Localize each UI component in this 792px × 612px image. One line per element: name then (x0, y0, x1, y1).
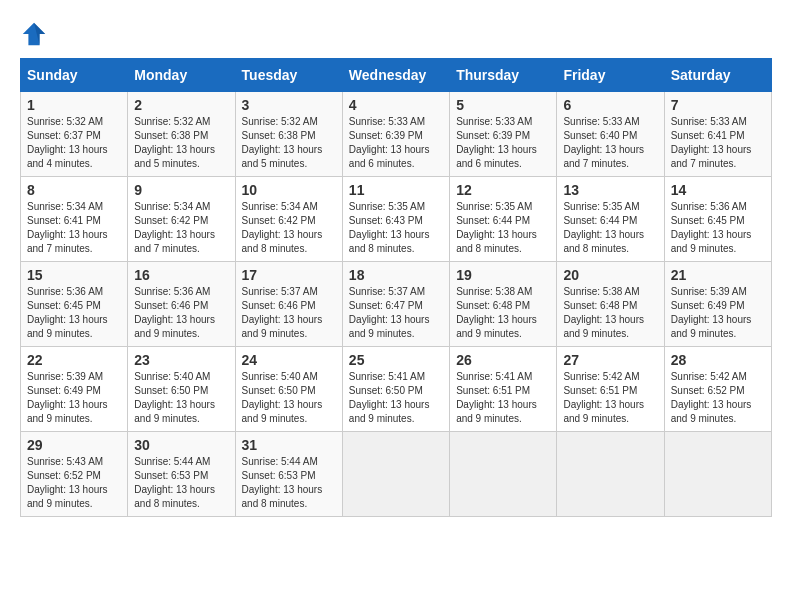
daylight-label: Daylight: 13 hours and 8 minutes. (242, 484, 323, 509)
calendar-day-cell (450, 432, 557, 517)
daylight-label: Daylight: 13 hours and 9 minutes. (27, 314, 108, 339)
day-of-week-header: Wednesday (342, 59, 449, 92)
sunrise-label: Sunrise: 5:34 AM (242, 201, 318, 212)
sunrise-label: Sunrise: 5:33 AM (349, 116, 425, 127)
sunset-label: Sunset: 6:50 PM (349, 385, 423, 396)
day-info: Sunrise: 5:35 AM Sunset: 6:44 PM Dayligh… (456, 200, 550, 256)
daylight-label: Daylight: 13 hours and 8 minutes. (134, 484, 215, 509)
calendar-day-cell: 20 Sunrise: 5:38 AM Sunset: 6:48 PM Dayl… (557, 262, 664, 347)
sunset-label: Sunset: 6:39 PM (349, 130, 423, 141)
day-of-week-header: Thursday (450, 59, 557, 92)
daylight-label: Daylight: 13 hours and 9 minutes. (456, 314, 537, 339)
day-info: Sunrise: 5:44 AM Sunset: 6:53 PM Dayligh… (134, 455, 228, 511)
calendar-table: SundayMondayTuesdayWednesdayThursdayFrid… (20, 58, 772, 517)
sunset-label: Sunset: 6:52 PM (27, 470, 101, 481)
sunset-label: Sunset: 6:48 PM (563, 300, 637, 311)
sunrise-label: Sunrise: 5:41 AM (349, 371, 425, 382)
daylight-label: Daylight: 13 hours and 9 minutes. (134, 399, 215, 424)
day-number: 28 (671, 352, 765, 368)
day-info: Sunrise: 5:38 AM Sunset: 6:48 PM Dayligh… (456, 285, 550, 341)
calendar-day-cell (342, 432, 449, 517)
sunrise-label: Sunrise: 5:33 AM (456, 116, 532, 127)
calendar-day-cell: 24 Sunrise: 5:40 AM Sunset: 6:50 PM Dayl… (235, 347, 342, 432)
sunset-label: Sunset: 6:50 PM (134, 385, 208, 396)
day-info: Sunrise: 5:44 AM Sunset: 6:53 PM Dayligh… (242, 455, 336, 511)
day-number: 13 (563, 182, 657, 198)
calendar-day-cell: 23 Sunrise: 5:40 AM Sunset: 6:50 PM Dayl… (128, 347, 235, 432)
day-info: Sunrise: 5:33 AM Sunset: 6:39 PM Dayligh… (456, 115, 550, 171)
calendar-day-cell: 15 Sunrise: 5:36 AM Sunset: 6:45 PM Dayl… (21, 262, 128, 347)
logo-icon (20, 20, 48, 48)
calendar-day-cell: 9 Sunrise: 5:34 AM Sunset: 6:42 PM Dayli… (128, 177, 235, 262)
day-of-week-header: Friday (557, 59, 664, 92)
calendar-day-cell: 25 Sunrise: 5:41 AM Sunset: 6:50 PM Dayl… (342, 347, 449, 432)
daylight-label: Daylight: 13 hours and 9 minutes. (27, 484, 108, 509)
daylight-label: Daylight: 13 hours and 9 minutes. (563, 314, 644, 339)
page-header (20, 20, 772, 48)
day-number: 20 (563, 267, 657, 283)
sunset-label: Sunset: 6:46 PM (134, 300, 208, 311)
sunset-label: Sunset: 6:51 PM (563, 385, 637, 396)
sunset-label: Sunset: 6:44 PM (456, 215, 530, 226)
sunset-label: Sunset: 6:43 PM (349, 215, 423, 226)
day-info: Sunrise: 5:35 AM Sunset: 6:43 PM Dayligh… (349, 200, 443, 256)
sunrise-label: Sunrise: 5:35 AM (456, 201, 532, 212)
daylight-label: Daylight: 13 hours and 9 minutes. (671, 314, 752, 339)
day-info: Sunrise: 5:36 AM Sunset: 6:46 PM Dayligh… (134, 285, 228, 341)
daylight-label: Daylight: 13 hours and 4 minutes. (27, 144, 108, 169)
day-number: 5 (456, 97, 550, 113)
sunrise-label: Sunrise: 5:38 AM (563, 286, 639, 297)
sunset-label: Sunset: 6:44 PM (563, 215, 637, 226)
sunset-label: Sunset: 6:45 PM (27, 300, 101, 311)
daylight-label: Daylight: 13 hours and 8 minutes. (242, 229, 323, 254)
day-number: 17 (242, 267, 336, 283)
day-info: Sunrise: 5:42 AM Sunset: 6:52 PM Dayligh… (671, 370, 765, 426)
calendar-day-cell: 11 Sunrise: 5:35 AM Sunset: 6:43 PM Dayl… (342, 177, 449, 262)
day-info: Sunrise: 5:33 AM Sunset: 6:41 PM Dayligh… (671, 115, 765, 171)
day-info: Sunrise: 5:34 AM Sunset: 6:41 PM Dayligh… (27, 200, 121, 256)
calendar-header-row: SundayMondayTuesdayWednesdayThursdayFrid… (21, 59, 772, 92)
day-info: Sunrise: 5:41 AM Sunset: 6:50 PM Dayligh… (349, 370, 443, 426)
calendar-day-cell: 28 Sunrise: 5:42 AM Sunset: 6:52 PM Dayl… (664, 347, 771, 432)
day-number: 11 (349, 182, 443, 198)
calendar-day-cell: 1 Sunrise: 5:32 AM Sunset: 6:37 PM Dayli… (21, 92, 128, 177)
sunset-label: Sunset: 6:40 PM (563, 130, 637, 141)
day-info: Sunrise: 5:39 AM Sunset: 6:49 PM Dayligh… (27, 370, 121, 426)
calendar-day-cell: 22 Sunrise: 5:39 AM Sunset: 6:49 PM Dayl… (21, 347, 128, 432)
daylight-label: Daylight: 13 hours and 7 minutes. (27, 229, 108, 254)
sunrise-label: Sunrise: 5:37 AM (349, 286, 425, 297)
calendar-day-cell: 4 Sunrise: 5:33 AM Sunset: 6:39 PM Dayli… (342, 92, 449, 177)
day-number: 22 (27, 352, 121, 368)
day-info: Sunrise: 5:40 AM Sunset: 6:50 PM Dayligh… (242, 370, 336, 426)
calendar-day-cell (557, 432, 664, 517)
day-info: Sunrise: 5:38 AM Sunset: 6:48 PM Dayligh… (563, 285, 657, 341)
sunrise-label: Sunrise: 5:36 AM (134, 286, 210, 297)
calendar-day-cell: 8 Sunrise: 5:34 AM Sunset: 6:41 PM Dayli… (21, 177, 128, 262)
day-info: Sunrise: 5:35 AM Sunset: 6:44 PM Dayligh… (563, 200, 657, 256)
daylight-label: Daylight: 13 hours and 9 minutes. (671, 399, 752, 424)
day-number: 2 (134, 97, 228, 113)
sunrise-label: Sunrise: 5:43 AM (27, 456, 103, 467)
calendar-day-cell: 31 Sunrise: 5:44 AM Sunset: 6:53 PM Dayl… (235, 432, 342, 517)
daylight-label: Daylight: 13 hours and 5 minutes. (134, 144, 215, 169)
daylight-label: Daylight: 13 hours and 9 minutes. (242, 399, 323, 424)
calendar-day-cell: 17 Sunrise: 5:37 AM Sunset: 6:46 PM Dayl… (235, 262, 342, 347)
sunrise-label: Sunrise: 5:44 AM (242, 456, 318, 467)
calendar-day-cell: 5 Sunrise: 5:33 AM Sunset: 6:39 PM Dayli… (450, 92, 557, 177)
sunset-label: Sunset: 6:50 PM (242, 385, 316, 396)
sunset-label: Sunset: 6:48 PM (456, 300, 530, 311)
daylight-label: Daylight: 13 hours and 7 minutes. (563, 144, 644, 169)
logo (20, 20, 52, 48)
daylight-label: Daylight: 13 hours and 7 minutes. (134, 229, 215, 254)
daylight-label: Daylight: 13 hours and 9 minutes. (349, 314, 430, 339)
day-info: Sunrise: 5:32 AM Sunset: 6:38 PM Dayligh… (242, 115, 336, 171)
day-number: 23 (134, 352, 228, 368)
day-number: 26 (456, 352, 550, 368)
daylight-label: Daylight: 13 hours and 6 minutes. (349, 144, 430, 169)
sunset-label: Sunset: 6:52 PM (671, 385, 745, 396)
day-info: Sunrise: 5:41 AM Sunset: 6:51 PM Dayligh… (456, 370, 550, 426)
sunrise-label: Sunrise: 5:44 AM (134, 456, 210, 467)
day-number: 3 (242, 97, 336, 113)
calendar-day-cell: 27 Sunrise: 5:42 AM Sunset: 6:51 PM Dayl… (557, 347, 664, 432)
sunset-label: Sunset: 6:42 PM (134, 215, 208, 226)
